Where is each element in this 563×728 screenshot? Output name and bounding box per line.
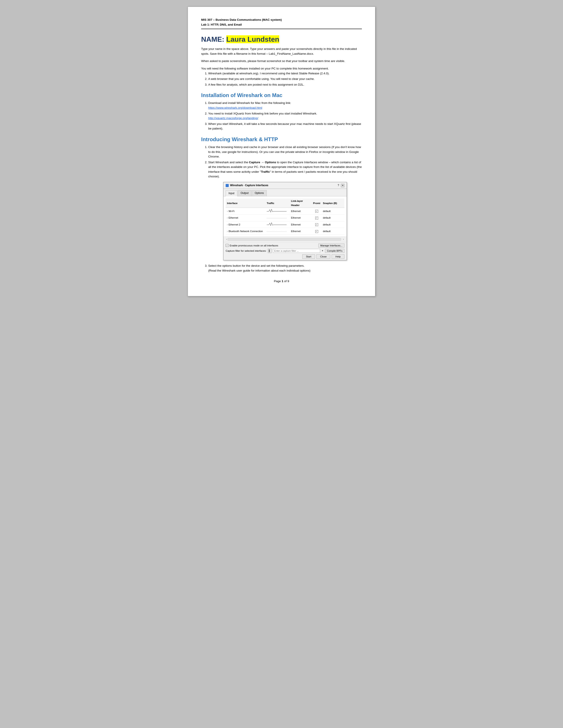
- wireshark-install-item-3: When you start Wireshark, it will take a…: [208, 122, 362, 131]
- dialog-buttons-row: Start Close Help: [226, 254, 345, 259]
- promi-cell: [312, 214, 322, 221]
- snaplen-cell: default: [322, 214, 345, 221]
- traffic-cell: [265, 228, 290, 235]
- col-linklayer: Link-layer Header: [290, 199, 312, 208]
- item3-post: (Read the Wireshark user guide for infor…: [208, 269, 311, 272]
- header-line1: MIS 307 – Business Data Communications (…: [201, 17, 362, 22]
- wireshark-install-list: Download and install Wireshark for Mac f…: [201, 101, 362, 131]
- name-value: Laura Lundsten: [226, 35, 279, 43]
- interface-table-body: ›Wi-Fi Ethernetdefault›Ethernet Ethernet…: [226, 208, 345, 235]
- footer-page-label: Page: [274, 280, 282, 283]
- expand-arrow[interactable]: ›: [227, 223, 227, 226]
- scroll-right-arrow[interactable]: ›: [343, 238, 345, 241]
- table-row[interactable]: ›Ethernet Ethernetdefault: [226, 214, 345, 221]
- dialog-title-controls: ? ✕: [338, 183, 345, 188]
- filter-icon: ▌: [268, 249, 271, 253]
- link-layer-cell: Ethernet: [290, 221, 312, 228]
- dialog-titlebar: Wireshark · Capture Interfaces ? ✕: [223, 182, 347, 189]
- wireshark-install-item-1-text: Download and install Wireshark for Mac f…: [208, 101, 291, 105]
- traffic-flat-svg: [267, 228, 287, 233]
- expand-arrow[interactable]: ›: [227, 217, 227, 219]
- filter-dropdown-arrow[interactable]: ▼: [322, 249, 324, 253]
- help-btn[interactable]: Help: [332, 254, 345, 259]
- wireshark-icon: [226, 184, 229, 187]
- xquartz-link[interactable]: http://xquartz.macosforge.org/landing/: [208, 116, 258, 120]
- link-layer-cell: Ethernet: [290, 208, 312, 214]
- intro-wireshark-item-1-text: Clear the browsing history and cache in …: [208, 145, 361, 158]
- wireshark-install-item-2: You need to install XQuartz from followi…: [208, 111, 362, 121]
- col-traffic: Traffic: [265, 199, 290, 208]
- filter-label: Capture filter for selected interfaces:: [226, 249, 266, 253]
- wireshark-install-item-1: Download and install Wireshark for Mac f…: [208, 101, 362, 110]
- title-question[interactable]: ?: [338, 183, 339, 188]
- wireshark-install-item-3-text: When you start Wireshark, it will take a…: [208, 122, 361, 130]
- link-layer-cell: Ethernet: [290, 228, 312, 235]
- promi-checkbox[interactable]: [315, 217, 318, 220]
- iface-name: Bluetooth Network Connection: [228, 230, 263, 233]
- iface-name: Wi-Fi: [228, 210, 234, 212]
- tab-input[interactable]: Input: [226, 190, 237, 196]
- promi-checkbox[interactable]: [315, 223, 318, 226]
- footer-page-of: of: [283, 280, 288, 283]
- col-snaplen: Snaplen (B): [322, 199, 345, 208]
- link-layer-cell: Ethernet: [290, 214, 312, 221]
- table-row[interactable]: ›Bluetooth Network Connection Ethernetde…: [226, 228, 345, 235]
- intro-wireshark-item-1: Clear the browsing history and cache in …: [208, 145, 362, 159]
- filter-input[interactable]: [273, 249, 320, 253]
- intro-wireshark-item-2: Start Wireshark and select the Capture →…: [208, 160, 362, 260]
- section-wireshark-heading: Installation of Wireshark on Mac: [201, 92, 362, 98]
- capture-filter-row: Capture filter for selected interfaces: …: [226, 249, 345, 253]
- intro-list-item-3: A few files for analysis, which are post…: [208, 82, 362, 87]
- table-row[interactable]: ›Ethernet 2 Ethernetdefault: [226, 221, 345, 228]
- dialog-body: Interface Traffic Link-layer Header Prom…: [223, 196, 347, 236]
- traffic-flat-svg: [267, 215, 287, 220]
- snaplen-cell: default: [322, 221, 345, 228]
- iface-name-cell: ›Wi-Fi: [226, 208, 265, 214]
- item3-pre: Select the options button for the device…: [208, 264, 305, 267]
- col-interface: Interface: [226, 199, 265, 208]
- snaplen-cell: default: [322, 208, 345, 214]
- intro-list-item-2: A web browser that you are comfortable u…: [208, 77, 362, 81]
- promisc-left: Enable promiscuous mode on all interface…: [226, 244, 278, 248]
- item2-bold: Capture → Options: [249, 161, 276, 164]
- dialog-wrapper: Wireshark · Capture Interfaces ? ✕ Input…: [208, 182, 362, 260]
- section-intro-heading: Introducing Wireshark & HTTP: [201, 136, 362, 143]
- tab-output[interactable]: Output: [238, 190, 251, 196]
- table-header-row: Interface Traffic Link-layer Header Prom…: [226, 199, 345, 208]
- close-btn[interactable]: Close: [317, 254, 330, 259]
- promi-checkbox[interactable]: [315, 210, 318, 213]
- promisc-row: Enable promiscuous mode on all interface…: [226, 244, 345, 248]
- scrollbar-track[interactable]: [227, 238, 341, 241]
- promisc-label: Enable promiscuous mode on all interface…: [229, 244, 278, 248]
- intro-para3: You will need the following software ins…: [201, 66, 362, 71]
- expand-arrow[interactable]: ›: [227, 230, 227, 233]
- compile-bpfs-btn[interactable]: Compile BPFs: [325, 249, 345, 253]
- start-btn[interactable]: Start: [302, 254, 315, 259]
- promi-cell: [312, 228, 322, 235]
- wireshark-download-link[interactable]: https://www.wireshark.org/download.html: [208, 106, 262, 109]
- table-row[interactable]: ›Wi-Fi Ethernetdefault: [226, 208, 345, 214]
- promi-cell: [312, 208, 322, 214]
- promi-cell: [312, 221, 322, 228]
- header-line2: Lab 1: HTTP, DNS, and Email: [201, 22, 362, 27]
- item2-bold2: Traffic: [261, 170, 270, 173]
- intro-wireshark-list: Clear the browsing history and cache in …: [201, 145, 362, 273]
- iface-name: Ethernet: [228, 216, 238, 219]
- header-block: MIS 307 – Business Data Communications (…: [201, 17, 362, 29]
- page-footer: Page 1 of 9: [201, 280, 362, 283]
- dialog-footer: Enable promiscuous mode on all interface…: [223, 242, 347, 260]
- iface-name-cell: ›Ethernet 2: [226, 221, 265, 228]
- dialog-scrollbar-area: ‹ ›: [223, 236, 347, 242]
- promisc-checkbox[interactable]: [226, 244, 228, 247]
- promi-checkbox[interactable]: [315, 230, 318, 233]
- iface-name-cell: ›Bluetooth Network Connection: [226, 228, 265, 235]
- iface-name: Ethernet 2: [228, 223, 240, 226]
- interface-table: Interface Traffic Link-layer Header Prom…: [226, 199, 345, 235]
- dialog-tabs: Input Output Options: [223, 189, 347, 196]
- snaplen-cell: default: [322, 228, 345, 235]
- expand-arrow[interactable]: ›: [227, 210, 227, 212]
- dialog-close-btn[interactable]: ✕: [341, 184, 345, 187]
- scroll-left-arrow[interactable]: ‹: [226, 238, 227, 241]
- manage-interfaces-btn[interactable]: Manage Interfaces...: [319, 244, 345, 248]
- tab-options[interactable]: Options: [252, 190, 267, 196]
